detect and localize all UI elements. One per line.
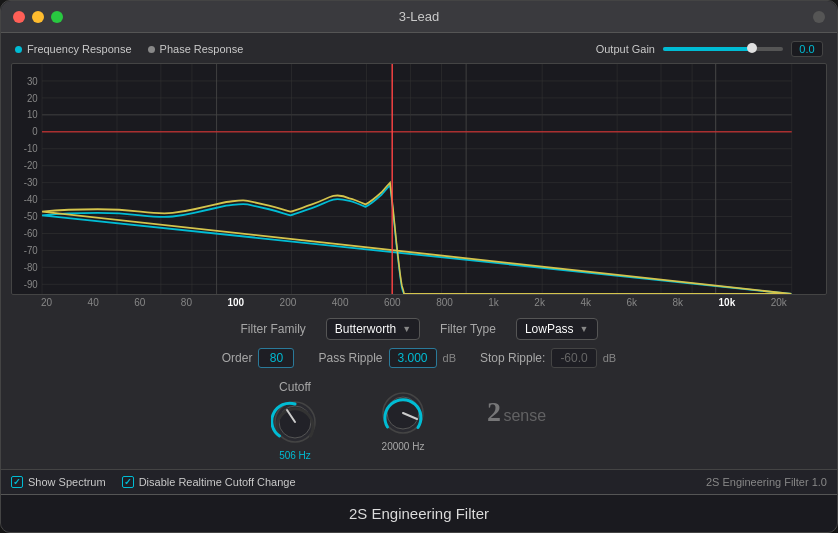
cutoff-knob-svg [271,398,319,446]
filter-family-arrow: ▼ [402,324,411,334]
legend: Frequency Response Phase Response [15,43,243,55]
close-button[interactable] [13,11,25,23]
x-label-6k: 6k [626,297,637,308]
bottom-bar: 2S Engineering Filter [1,494,837,532]
svg-rect-1 [42,64,792,294]
x-label-4k: 4k [580,297,591,308]
pass-ripple-label: Pass Ripple [318,351,382,365]
cutoff-value: 506 Hz [279,450,311,461]
stop-ripple-group: Stop Ripple: -60.0 dB [480,348,616,368]
phase-dot [148,46,155,53]
disable-realtime-checkbox[interactable]: ✓ Disable Realtime Cutoff Change [122,476,296,488]
svg-text:-30: -30 [24,177,38,189]
filter-family-label: Filter Family [240,322,305,336]
brand-logo: 2 sense [487,396,567,446]
x-label-1k: 1k [488,297,499,308]
svg-text:-60: -60 [24,228,38,240]
phase-response-legend: Phase Response [148,43,244,55]
filter-family-dropdown[interactable]: Butterworth ▼ [326,318,420,340]
cutoff-knob[interactable] [271,398,319,446]
x-label-800: 800 [436,297,453,308]
chart-svg: 30 20 10 0 -10 -20 -30 -40 -50 -60 -70 -… [12,64,826,294]
svg-text:-80: -80 [24,261,38,273]
svg-text:-70: -70 [24,245,38,257]
knob2-value: 20000 Hz [382,441,425,452]
x-label-400: 400 [332,297,349,308]
x-label-40: 40 [88,297,99,308]
svg-text:0: 0 [32,126,38,138]
knob2-group: 20000 Hz [379,389,427,452]
pass-ripple-value[interactable]: 3.000 [389,348,437,368]
window-title: 3-Lead [399,9,439,24]
x-label-200: 200 [280,297,297,308]
knob2[interactable] [379,389,427,437]
svg-text:30: 30 [27,75,38,87]
show-spectrum-label: Show Spectrum [28,476,106,488]
svg-text:-50: -50 [24,211,38,223]
footer-controls: ✓ Show Spectrum ✓ Disable Realtime Cutof… [1,469,837,494]
show-spectrum-checkbox[interactable]: ✓ Show Spectrum [11,476,106,488]
phase-label: Phase Response [160,43,244,55]
disable-realtime-check: ✓ [124,477,132,487]
filter-type-label: Filter Type [440,322,496,336]
frequency-chart: 30 20 10 0 -10 -20 -30 -40 -50 -60 -70 -… [11,63,827,295]
gain-slider[interactable] [663,46,783,52]
output-gain-control: Output Gain 0.0 [596,41,823,57]
main-content: Frequency Response Phase Response Output… [1,33,837,310]
pass-ripple-unit: dB [443,352,456,364]
output-gain-label: Output Gain [596,43,655,55]
bottom-bar-label: 2S Engineering Filter [349,505,489,522]
filter-family-value: Butterworth [335,322,396,336]
gain-value: 0.0 [791,41,823,57]
title-bar-right-btn[interactable] [813,11,825,23]
filter-type-value: LowPass [525,322,574,336]
order-group: Order 80 [222,348,295,368]
pass-ripple-group: Pass Ripple 3.000 dB [318,348,456,368]
x-label-20k: 20k [771,297,787,308]
svg-text:-40: -40 [24,194,38,206]
x-label-600: 600 [384,297,401,308]
order-value[interactable]: 80 [258,348,294,368]
svg-text:-90: -90 [24,278,38,290]
maximize-button[interactable] [51,11,63,23]
minimize-button[interactable] [32,11,44,23]
x-label-8k: 8k [672,297,683,308]
svg-text:-10: -10 [24,143,38,155]
frequency-label: Frequency Response [27,43,132,55]
x-label-20: 20 [41,297,52,308]
x-label-2k: 2k [534,297,545,308]
stop-ripple-unit: dB [603,352,616,364]
disable-realtime-label: Disable Realtime Cutoff Change [139,476,296,488]
stop-ripple-value[interactable]: -60.0 [551,348,596,368]
filter-row: Filter Family Butterworth ▼ Filter Type … [11,318,827,340]
disable-realtime-box: ✓ [122,476,134,488]
branding-text: 2S Engineering Filter 1.0 [706,476,827,488]
checkbox-group: ✓ Show Spectrum ✓ Disable Realtime Cutof… [11,476,296,488]
x-axis: 20 40 60 80 100 200 400 600 800 1k 2k 4k… [11,295,827,310]
params-row: Order 80 Pass Ripple 3.000 dB Stop Rippl… [11,348,827,368]
frequency-dot [15,46,22,53]
knob2-svg [379,389,427,437]
cutoff-group: Cutoff 506 Hz [271,380,319,461]
filter-type-dropdown[interactable]: LowPass ▼ [516,318,598,340]
gain-slider-thumb[interactable] [747,43,757,53]
x-label-100: 100 [227,297,244,308]
show-spectrum-check: ✓ [13,477,21,487]
x-label-60: 60 [134,297,145,308]
filter-type-arrow: ▼ [580,324,589,334]
svg-text:20: 20 [27,92,38,104]
show-spectrum-box: ✓ [11,476,23,488]
cutoff-label: Cutoff [279,380,311,394]
svg-text:-20: -20 [24,160,38,172]
title-bar: 3-Lead [1,1,837,33]
brand-text: sense [503,407,546,424]
frequency-response-legend: Frequency Response [15,43,132,55]
knobs-row: Cutoff 506 Hz [11,376,827,465]
x-labels: 20 40 60 80 100 200 400 600 800 1k 2k 4k… [41,295,787,310]
top-controls: Frequency Response Phase Response Output… [11,41,827,57]
bottom-controls: Filter Family Butterworth ▼ Filter Type … [1,310,837,469]
main-window: 3-Lead Frequency Response Phase Response… [0,0,838,533]
gain-slider-fill [663,47,753,51]
order-label: Order [222,351,253,365]
svg-text:10: 10 [27,109,38,121]
